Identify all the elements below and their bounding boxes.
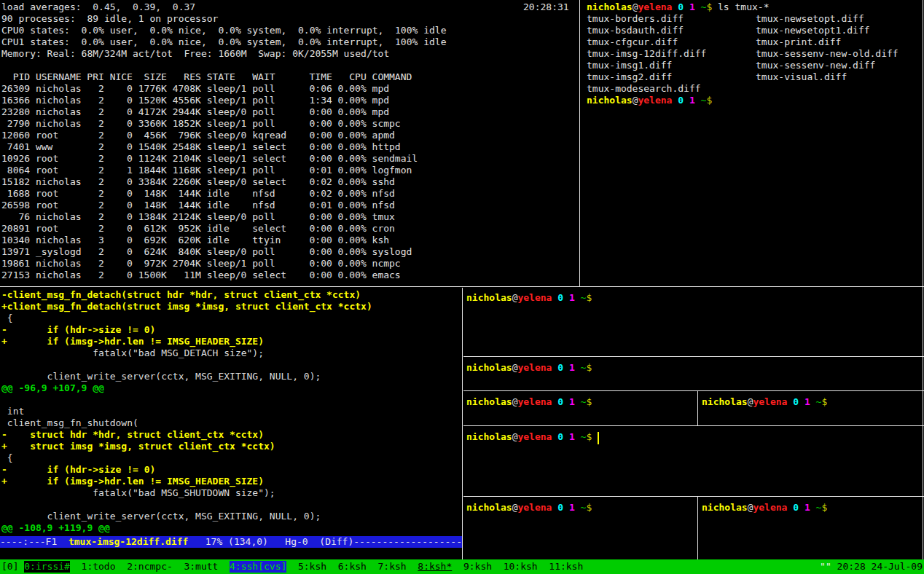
pane-shell-b[interactable]: nicholas@yelena 0 1 ~$ (466, 359, 918, 392)
cell-wait: nfsd (252, 200, 292, 211)
status-window-item[interactable]: 10:ksh (504, 561, 538, 573)
cell-cpu: 0.00% (332, 258, 367, 270)
status-window-item[interactable]: 11:ksh (549, 561, 583, 573)
pane-shell-c[interactable]: nicholas@yelena 0 1 ~$ (466, 393, 694, 427)
prompt-window-num: 1 (563, 396, 575, 407)
process-table-header: PID USERNAME PRI NICE SIZE RES STATE WAI… (1, 71, 577, 83)
cell-pid: 20891 (1, 223, 30, 235)
status-window-item[interactable]: 2:ncmpc- (127, 561, 173, 573)
pane-border-vertical-split-1 (697, 391, 698, 425)
status-window-item[interactable]: 7:ksh (378, 561, 407, 573)
status-window-item[interactable]: 5:ksh (298, 561, 326, 573)
cell-time: 1:34 (292, 95, 332, 106)
status-window-item[interactable]: 8:ksh* (418, 561, 452, 573)
cell-pid: 2790 (1, 118, 30, 130)
cell-res: 2124K (173, 211, 201, 223)
pane-shell-ls[interactable]: nicholas@yelena 0 1 ~$ ls tmux-* tmux-bo… (587, 1, 920, 285)
cell-res: 144K (173, 200, 201, 211)
cell-pid: 10340 (1, 235, 30, 246)
cell-pid: 16366 (1, 95, 30, 106)
prompt-dollar: $ (586, 396, 592, 407)
cell-pri: 2 (87, 200, 103, 211)
cell-command: mpd (372, 83, 389, 95)
cell-wait: poll (252, 118, 292, 130)
prompt-window-num: 1 (563, 362, 575, 373)
header-pri: PRI (87, 71, 103, 83)
cell-state: idle (207, 200, 253, 211)
cell-nice: 0 (110, 223, 133, 235)
tmux-status-bar: [0] 0:irssi#1:todo2:ncmpc-3:mutt4:ssh[cv… (0, 559, 924, 574)
cell-nice: 0 (110, 235, 133, 246)
diff-blank-line (1, 499, 461, 511)
cell-pid: 76 (1, 211, 30, 223)
prompt-window-num: 1 (799, 502, 810, 513)
file-name: tmux-newsetopt1.diff (756, 25, 870, 36)
cell-time: 0:02 (292, 188, 332, 200)
cell-time: 0:06 (292, 83, 332, 95)
prompt-session-num: 0 (787, 396, 799, 407)
process-table-row: 26598 root 2 0 148K 144K idle nfsd 0:01 … (1, 200, 577, 211)
pane-border-horizontal-2 (463, 390, 924, 391)
cell-time: 0:01 (292, 200, 332, 211)
cell-pri: 2 (87, 211, 103, 223)
top-cpu0-line: CPU0 states: 0.0% user, 0.0% nice, 0.0% … (1, 25, 577, 36)
cell-size: 1844K (138, 165, 167, 176)
file-name: tmux-imsg2.diff (587, 71, 756, 83)
top-processes-line: 90 processes: 89 idle, 1 on processor (1, 13, 577, 25)
cell-username: root (36, 200, 82, 211)
cell-username: _syslogd (36, 246, 82, 258)
cell-state: sleep/1 (207, 258, 253, 270)
process-table-row: 15182 nicholas 2 0 3384K 2260K sleep/0 s… (1, 176, 577, 188)
pane-shell-a[interactable]: nicholas@yelena 0 1 ~$ (466, 289, 918, 358)
file-name: tmux-sessenv-new.diff (756, 60, 875, 71)
status-window-item[interactable]: 6:ksh (338, 561, 367, 573)
cell-pri: 2 (87, 118, 103, 130)
cell-username: nicholas (36, 211, 82, 223)
prompt-host: yelena (517, 396, 552, 407)
shell-prompt: nicholas@yelena 0 1 ~$ ls tmux-* (587, 1, 920, 13)
modeline-fill: ----------------------------------------… (353, 536, 462, 547)
status-window-item[interactable]: 0:irssi# (24, 561, 70, 573)
cell-pri: 2 (87, 270, 103, 281)
cell-wait: select (252, 176, 292, 188)
pane-emacs-diff[interactable]: -client_msg_fn_detach(struct hdr *hdr, s… (1, 289, 461, 535)
prompt-dollar: $ (586, 362, 592, 373)
pane-shell-active[interactable]: nicholas@yelena 0 1 ~$ (466, 428, 918, 498)
cell-state: sleep/1 (207, 153, 253, 165)
cell-size: 3360K (138, 118, 167, 130)
cell-nice: 1 (110, 165, 133, 176)
cell-res: 1168K (173, 165, 201, 176)
process-table-row: 7401 www 2 0 1540K 2548K sleep/1 select … (1, 141, 577, 153)
cell-wait: poll (252, 106, 292, 118)
cell-username: root (36, 165, 82, 176)
session-indicator: [0] (1, 561, 18, 573)
cell-username: nicholas (36, 118, 82, 130)
screen-right-edge-line (923, 0, 923, 559)
cell-size: 456K (138, 130, 167, 141)
pane-shell-g[interactable]: nicholas@yelena 0 1 ~$ (702, 499, 920, 560)
status-window-item[interactable]: 9:ksh (463, 561, 492, 573)
cell-wait: poll (252, 95, 292, 106)
status-window-item[interactable]: 4:ssh[cvs] (230, 561, 286, 573)
pane-shell-d[interactable]: nicholas@yelena 0 1 ~$ (702, 393, 920, 427)
status-window-item[interactable]: 3:mutt (184, 561, 218, 573)
cell-username: nicholas (36, 95, 82, 106)
cell-pri: 2 (87, 153, 103, 165)
cell-time: 0:00 (292, 235, 332, 246)
file-name: tmux-cfgcur.diff (587, 36, 756, 48)
cell-pid: 13971 (1, 246, 30, 258)
diff-context-line: client_write_server(cctx, MSG_EXITING, N… (1, 511, 461, 522)
cell-pid: 19861 (1, 258, 30, 270)
header-wait: WAIT (252, 71, 292, 83)
pane-shell-f[interactable]: nicholas@yelena 0 1 ~$ (466, 499, 694, 560)
text-cursor[interactable] (598, 432, 599, 444)
pane-process-monitor[interactable]: load averages: 0.45, 0.39, 0.3720:28:31 … (1, 1, 577, 285)
cell-res: 952K (173, 223, 201, 235)
cell-state: sleep/0 (207, 246, 253, 258)
cell-command: apmd (372, 130, 395, 141)
top-memory-line: Memory: Real: 68M/324M act/tot Free: 166… (1, 48, 577, 60)
shell-prompt: nicholas@yelena 0 1 ~$ (702, 502, 920, 514)
header-time: TIME (292, 71, 332, 83)
status-window-item[interactable]: 1:todo (82, 561, 116, 573)
cell-pid: 26598 (1, 200, 30, 211)
